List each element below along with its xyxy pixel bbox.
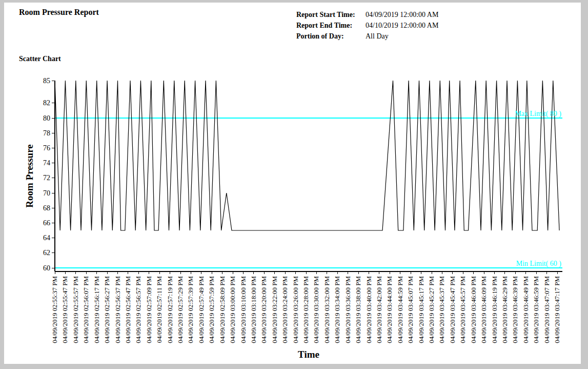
x-tick-label: 04/09/2019 02:57:11 PM xyxy=(155,276,163,343)
y-tick-label: 85 xyxy=(43,77,50,85)
x-tick-label: 04/09/2019 03:45:47 PM xyxy=(449,276,456,343)
x-tick-label: 04/09/2019 03:46:19 PM xyxy=(491,276,498,343)
x-tick-label: 04/09/2019 03:46:39 PM xyxy=(511,276,519,343)
x-tick-label: 04/09/2019 02:57:29 PM xyxy=(176,276,184,343)
y-tick-label: 62 xyxy=(43,249,50,257)
y-tick-label: 64 xyxy=(43,234,50,242)
x-tick-label: 04/09/2019 02:57:59 PM xyxy=(208,276,215,343)
x-tick-label: 04/09/2019 03:45:07 PM xyxy=(407,276,414,343)
x-tick-label: 04/09/2019 03:34:00 PM xyxy=(333,276,341,343)
x-tick-label: 04/09/2019 02:57:09 PM xyxy=(145,276,153,343)
x-tick-label: 04/09/2019 03:18:00 PM xyxy=(250,276,257,343)
x-tick-label: 04/09/2019 03:44:00 PM xyxy=(386,276,393,343)
x-tick-label: 04/09/2019 02:55:47 PM xyxy=(61,276,69,343)
x-tick-label: 04/09/2019 02:56:57 PM xyxy=(134,276,142,343)
min-limit-label: Min Limit( 60 ) xyxy=(516,260,562,268)
x-tick-label: 04/09/2019 02:57:49 PM xyxy=(197,276,205,343)
x-tick-label: 04/09/2019 03:45:37 PM xyxy=(438,276,445,343)
y-tick-label: 72 xyxy=(43,174,50,182)
max-limit-label: Max Limit( 80 ) xyxy=(515,110,561,118)
x-tick-label: 04/09/2019 03:47:07 PM xyxy=(543,276,551,343)
x-tick-label: 04/09/2019 03:00:00 PM xyxy=(229,276,236,343)
x-tick-label: 04/09/2019 02:55:37 PM xyxy=(51,276,58,343)
y-axis-title: Room Pressure xyxy=(24,144,35,207)
x-tick-label: 04/09/2019 03:30:00 PM xyxy=(312,276,320,343)
x-tick-label: 04/09/2019 03:28:00 PM xyxy=(302,276,310,343)
x-tick-label: 04/09/2019 02:56:07 PM xyxy=(82,276,90,343)
x-tick-label: 04/09/2019 03:38:00 PM xyxy=(354,276,362,343)
scatter-chart: 8582807876747270686664626004/09/2019 02:… xyxy=(4,3,581,364)
x-tick-label: 04/09/2019 02:57:19 PM xyxy=(166,276,174,343)
x-tick-label: 04/09/2019 03:20:00 PM xyxy=(260,276,268,343)
x-tick-label: 04/09/2019 02:56:17 PM xyxy=(93,276,100,343)
y-tick-label: 60 xyxy=(43,264,50,272)
x-tick-label: 04/09/2019 03:32:00 PM xyxy=(323,276,331,343)
x-tick-label: 04/09/2019 03:46:49 PM xyxy=(522,276,530,343)
x-tick-label: 04/09/2019 03:24:00 PM xyxy=(281,276,289,343)
x-tick-label: 04/09/2019 02:55:57 PM xyxy=(72,276,79,343)
y-tick-label: 78 xyxy=(43,129,50,137)
pressure-data-line xyxy=(55,81,559,230)
y-tick-label: 82 xyxy=(43,99,50,107)
x-tick-label: 04/09/2019 03:46:09 PM xyxy=(480,276,488,343)
x-tick-label: 04/09/2019 03:42:00 PM xyxy=(375,276,383,343)
window-frame: Room Pressure Report Report Start Time:0… xyxy=(0,0,588,369)
x-tick-label: 04/09/2019 03:46:59 PM xyxy=(532,276,540,343)
x-tick-label: 04/09/2019 03:47:17 PM xyxy=(553,276,561,343)
y-tick-label: 74 xyxy=(43,159,50,167)
x-tick-label: 04/09/2019 03:26:00 PM xyxy=(292,276,299,343)
x-tick-label: 04/09/2019 03:44:59 PM xyxy=(396,276,404,343)
x-tick-label: 04/09/2019 03:22:00 PM xyxy=(271,276,278,343)
y-tick-label: 76 xyxy=(43,144,50,152)
y-tick-label: 70 xyxy=(43,189,50,197)
x-tick-label: 04/09/2019 03:46:29 PM xyxy=(501,276,509,343)
x-tick-label: 04/09/2019 02:56:37 PM xyxy=(114,276,121,343)
x-tick-label: 04/09/2019 03:45:17 PM xyxy=(417,276,425,343)
x-tick-label: 04/09/2019 02:57:39 PM xyxy=(187,276,194,343)
y-tick-label: 66 xyxy=(43,219,50,227)
x-axis-title: Time xyxy=(298,349,319,360)
x-tick-label: 04/09/2019 02:56:47 PM xyxy=(124,276,132,343)
x-tick-label: 04/09/2019 02:56:27 PM xyxy=(103,276,111,343)
x-tick-label: 04/09/2019 03:45:27 PM xyxy=(428,276,435,343)
x-tick-label: 04/09/2019 03:36:00 PM xyxy=(344,276,352,343)
x-tick-label: 04/09/2019 03:40:00 PM xyxy=(365,276,373,343)
x-tick-label: 04/09/2019 03:10:00 PM xyxy=(239,276,247,343)
x-tick-label: 04/09/2019 02:58:09 PM xyxy=(218,276,226,343)
report-page: Room Pressure Report Report Start Time:0… xyxy=(4,3,581,364)
x-tick-label: 04/09/2019 03:45:57 PM xyxy=(459,276,467,343)
y-tick-label: 80 xyxy=(43,114,50,122)
y-tick-label: 68 xyxy=(43,204,50,212)
x-tick-label: 04/09/2019 03:46:00 PM xyxy=(470,276,477,343)
